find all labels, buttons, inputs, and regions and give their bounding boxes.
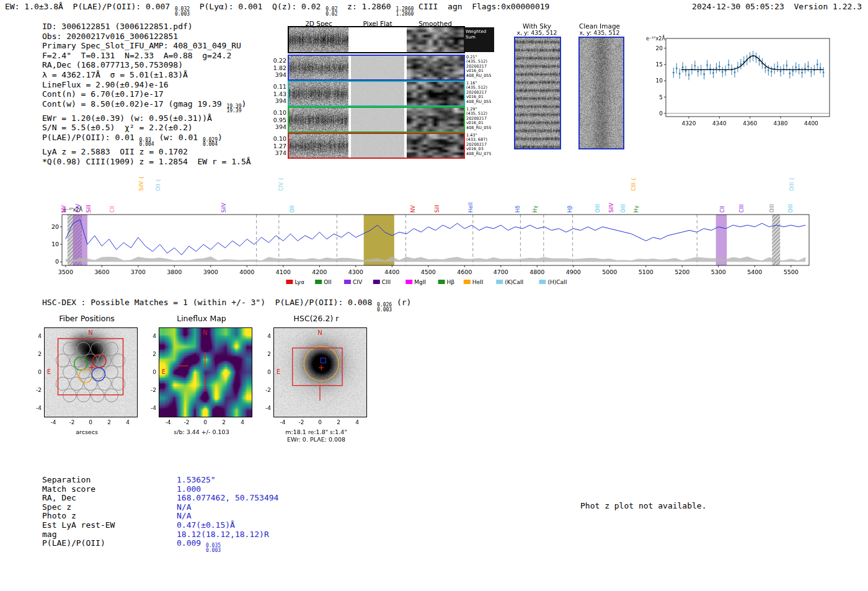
elixer-report-page: EW: 1.0±3.8Å P(LAE)/P(OII): 0.007 0.0320… — [0, 0, 868, 591]
match-table-label: mag — [42, 530, 177, 539]
svg-text:3500: 3500 — [58, 269, 73, 275]
fiber-positions-xlabel: arcsecs — [25, 429, 149, 435]
emission-line-label: NV — [61, 205, 67, 213]
info-line: S/N = 5.5(±0.5) χ² = 2.2(±0.2) — [42, 123, 251, 133]
emission-line-label: SiIV — [221, 203, 227, 213]
twod-strip-smooth — [407, 82, 464, 105]
emission-line-label: SiIV { — [138, 176, 144, 191]
legend-label: CIV — [353, 279, 363, 285]
hsc-cutout-panel: HSC(26.2) r m:18.1 re:1.8" s:1.4" EWr: 0… — [254, 314, 378, 443]
match-table-value: 0.009 0.0350.003 — [177, 538, 221, 548]
svg-text:4300: 4300 — [348, 269, 363, 275]
twod-strip-spec — [289, 56, 348, 79]
fiber-positions-image — [28, 325, 146, 428]
twod-col-header-pixelflat: Pixel Flat — [351, 20, 404, 27]
hsc-cutout-xlabel: m:18.1 re:1.8" s:1.4" — [254, 429, 378, 435]
match-table-label: Est LyA rest-EW — [42, 520, 177, 530]
match-table-row: Separation1.53625" — [42, 475, 278, 484]
full-spectrum-chart: 0102035003600370038003900400041004200430… — [50, 162, 818, 296]
with-sky-coords: x, y: 435, 512 — [505, 29, 569, 36]
match-table-row: mag18.12(18.12,18.12)R — [42, 530, 278, 539]
weighted-sum-line2: Sum — [466, 35, 494, 40]
emission-line-label: OIII — [595, 204, 601, 213]
match-table-value: 168.077462, 50.753494 — [177, 493, 278, 502]
hsc-cutout-image — [257, 325, 375, 428]
legend-label: MgII — [414, 279, 426, 285]
info-line: Primary Spec_Slot_IFU_AMP: 408_031_049_R… — [42, 41, 251, 51]
legend-label: OII — [324, 279, 331, 285]
match-table-value: 1.53625" — [177, 475, 216, 484]
twod-strip-spec — [289, 108, 348, 131]
twod-row-left-values: 0.221.82394 — [268, 57, 286, 79]
match-table-label: Match score — [42, 484, 177, 494]
header-timestamp: 2024-12-30 05:05:23 Version 1.22.3 — [692, 2, 862, 12]
emission-line-label: SiII — [86, 205, 92, 213]
svg-text:5: 5 — [659, 94, 663, 100]
match-table-value: N/A — [177, 502, 191, 512]
svg-text:3900: 3900 — [203, 269, 218, 275]
emission-line-label: CII — [109, 206, 115, 213]
match-table-label: Photo z — [42, 511, 177, 520]
match-table-row: Photo zN/A — [42, 511, 278, 520]
match-table-row: Est LyA rest-EW0.47(±0.15)Å — [42, 520, 278, 530]
emission-line-label: Hβ — [567, 205, 573, 213]
svg-text:4000: 4000 — [239, 269, 254, 275]
legend-swatch — [315, 280, 322, 284]
legend-swatch — [286, 280, 293, 284]
lineflux-map-xlabel: s/b: 3.44 +/- 0.103 — [140, 429, 264, 435]
info-line: Cont(n) = 6.70(±0.17)e-17 — [42, 89, 251, 99]
twod-row-annotation: 1.43"(433, 687)20200217v016_03408_RU_075 — [466, 133, 503, 156]
svg-text:5000: 5000 — [602, 269, 617, 275]
fiber-positions-title: Fiber Positions — [25, 314, 149, 325]
svg-text:5400: 5400 — [747, 269, 762, 275]
info-line: F=2.4" T=0.131 N=2.33 A=0.88 g=24.2 — [42, 51, 251, 61]
emission-line-label: OII { — [155, 179, 161, 191]
svg-text:10: 10 — [656, 78, 663, 84]
svg-text:4900: 4900 — [566, 269, 581, 275]
svg-text:20: 20 — [656, 45, 663, 51]
match-table-value: 1.000 — [177, 484, 201, 494]
match-table-label: RA, Dec — [42, 493, 177, 502]
emission-line-label: OIII — [769, 204, 775, 213]
twod-strip-smooth — [407, 56, 464, 79]
twod-row-left-values: 0.111.43394 — [268, 83, 286, 105]
twod-col-header-2dspec: 2D Spec — [289, 20, 348, 27]
legend-swatch — [405, 280, 412, 284]
svg-text:5500: 5500 — [784, 269, 799, 275]
emission-line-label: CII — [719, 206, 725, 213]
emission-line-label: OII — [289, 205, 295, 213]
emission-line-label: CIII { — [631, 177, 637, 191]
twod-row-annotation: 1.29"(435, 512)20200217v016_01408_RU_055 — [466, 107, 503, 130]
match-table-value: N/A — [177, 511, 191, 520]
emission-line-label: SiIV — [608, 203, 614, 213]
match-table-row: RA, Dec168.077462, 50.753494 — [42, 493, 278, 502]
svg-text:4320: 4320 — [682, 120, 696, 127]
svg-text:4200: 4200 — [312, 269, 327, 275]
svg-text:15: 15 — [656, 61, 663, 68]
hsc-dex-line: HSC-DEX : Possible Matches = 1 (within +… — [42, 298, 411, 312]
svg-text:5200: 5200 — [675, 269, 689, 275]
twod-strip-spec — [289, 27, 348, 52]
info-line: EWr = 1.20(±0.39) (w: 0.95(±0.31))Å — [42, 113, 251, 123]
emission-line-label: CIV — [75, 204, 81, 213]
twod-strip-smooth — [407, 27, 464, 52]
svg-text:4360: 4360 — [743, 120, 757, 127]
emission-line-label: SiII — [434, 205, 440, 213]
lineflux-map-image — [143, 325, 260, 428]
weighted-sum-label: Weighted Sum — [464, 27, 494, 52]
twod-strip-flat — [351, 56, 404, 79]
twod-strip-flat — [351, 82, 404, 105]
emission-line-label: CIV { — [278, 177, 284, 191]
svg-text:4500: 4500 — [421, 269, 436, 275]
emission-line-label: Hγ — [532, 206, 538, 213]
svg-text:20: 20 — [51, 223, 59, 230]
twod-strip-smooth — [407, 108, 464, 131]
legend-swatch — [496, 280, 503, 284]
clean-image — [578, 37, 624, 149]
svg-text:5100: 5100 — [639, 269, 653, 275]
match-table-value: 0.47(±0.15)Å — [177, 520, 235, 530]
hsc-cutout-title: HSC(26.2) r — [254, 314, 378, 325]
emission-line-label: OIII — [620, 204, 626, 213]
svg-text:10: 10 — [51, 241, 59, 247]
header-summary: EW: 1.0±3.8Å P(LAE)/P(OII): 0.007 0.0320… — [5, 2, 549, 16]
